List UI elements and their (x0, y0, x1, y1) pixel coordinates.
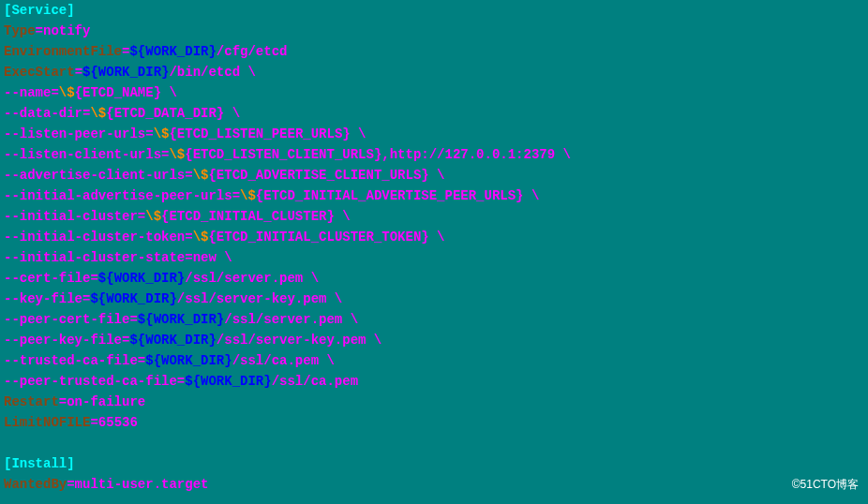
text-segment: = (75, 65, 82, 80)
text-segment: =notify (36, 23, 91, 38)
text-segment: LimitNOFILE (4, 415, 90, 430)
config-line: --advertise-client-urls=\${ETCD_ADVERTIS… (4, 165, 864, 185)
config-line: --peer-key-file=${WORK_DIR}/ssl/server-k… (4, 330, 864, 350)
text-segment: [Install] (4, 456, 75, 471)
text-segment: {ETCD_ADVERTISE_CLIENT_URLS} \ (208, 168, 444, 183)
text-segment: ${WORK_DIR} (129, 44, 216, 59)
config-line: --initial-cluster-state=new \ (4, 247, 864, 268)
watermark: ©51CTO博客 (792, 474, 859, 495)
config-line: Restart=on-failure (4, 392, 864, 412)
text-segment: =on-failure (59, 394, 145, 409)
config-line: --initial-cluster=\${ETCD_INITIAL_CLUSTE… (4, 206, 864, 227)
text-segment: {ETCD_INITIAL_CLUSTER} \ (161, 209, 351, 224)
text-segment: ${WORK_DIR} (82, 65, 169, 80)
text-segment: --initial-advertise-peer-urls= (4, 188, 240, 203)
config-line: --peer-trusted-ca-file=${WORK_DIR}/ssl/c… (4, 371, 864, 392)
text-segment: {ETCD_LISTEN_PEER_URLS} \ (169, 126, 366, 141)
text-segment: \$ (240, 188, 256, 203)
config-line: --name=\${ETCD_NAME} \ (4, 82, 864, 103)
text-segment: Restart (4, 394, 59, 409)
config-line: [Install] (4, 453, 864, 474)
text-segment: --name= (4, 85, 59, 100)
text-segment: --listen-client-urls= (4, 147, 169, 162)
config-line: --listen-peer-urls=\${ETCD_LISTEN_PEER_U… (4, 124, 864, 144)
text-segment: ${WORK_DIR} (185, 374, 271, 389)
text-segment: --peer-cert-file= (4, 312, 138, 327)
text-segment: /ssl/server.pem \ (224, 312, 358, 327)
text-segment: --listen-peer-urls= (4, 126, 154, 141)
text-segment: --advertise-client-urls= (4, 168, 193, 183)
text-segment: --initial-cluster-state=new \ (4, 250, 232, 265)
config-line: EnvironmentFile=${WORK_DIR}/cfg/etcd (4, 41, 864, 62)
text-segment: --initial-cluster= (4, 209, 145, 224)
text-segment (4, 436, 11, 451)
text-segment: {ETCD_NAME} \ (75, 85, 177, 100)
text-segment: --key-file= (4, 291, 90, 306)
config-line: LimitNOFILE=65536 (4, 412, 864, 433)
config-line: --initial-advertise-peer-urls=\${ETCD_IN… (4, 185, 864, 206)
text-segment: --data-dir= (4, 106, 90, 121)
text-segment: --cert-file= (4, 271, 98, 286)
config-line: --key-file=${WORK_DIR}/ssl/server-key.pe… (4, 289, 864, 309)
text-segment: \$ (193, 168, 209, 183)
text-segment: /ssl/server.pem \ (185, 271, 319, 286)
text-segment: {ETCD_INITIAL_ADVERTISE_PEER_URLS} \ (256, 188, 539, 203)
text-segment: {ETCD_DATA_DIR} \ (106, 106, 240, 121)
text-segment: {ETCD_LISTEN_CLIENT_URLS},http://127.0.0… (185, 147, 571, 162)
config-line: ExecStart=${WORK_DIR}/bin/etcd \ (4, 62, 864, 82)
text-segment: =multi-user.target (67, 477, 208, 492)
config-line: --initial-cluster-token=\${ETCD_INITIAL_… (4, 227, 864, 247)
config-line (4, 433, 864, 453)
text-segment: \$ (193, 230, 209, 245)
text-segment: {ETCD_INITIAL_CLUSTER_TOKEN} \ (208, 230, 444, 245)
text-segment: EnvironmentFile (4, 44, 122, 59)
text-segment: /ssl/server-key.pem \ (217, 333, 382, 348)
config-line: Type=notify (4, 21, 864, 41)
config-line: [Service] (4, 0, 864, 21)
text-segment: WantedBy (4, 477, 67, 492)
text-segment: ${WORK_DIR} (145, 353, 232, 368)
text-segment: --peer-trusted-ca-file= (4, 374, 185, 389)
config-line: --peer-cert-file=${WORK_DIR}/ssl/server.… (4, 309, 864, 330)
text-segment: ${WORK_DIR} (90, 291, 176, 306)
text-segment: [Service] (4, 3, 75, 18)
text-segment: ${WORK_DIR} (138, 312, 224, 327)
systemd-config-content: [Service]Type=notifyEnvironmentFile=${WO… (4, 0, 864, 495)
text-segment: ExecStart (4, 65, 75, 80)
text-segment: \$ (169, 147, 185, 162)
config-line: --listen-client-urls=\${ETCD_LISTEN_CLIE… (4, 144, 864, 165)
text-segment: \$ (90, 106, 106, 121)
text-segment: /ssl/ca.pem (272, 374, 358, 389)
text-segment: \$ (154, 126, 170, 141)
text-segment: /ssl/server-key.pem \ (177, 291, 342, 306)
text-segment: ${WORK_DIR} (129, 333, 216, 348)
text-segment: \$ (145, 209, 161, 224)
text-segment: ${WORK_DIR} (98, 271, 185, 286)
text-segment: Type (4, 23, 36, 38)
text-segment: /bin/etcd \ (169, 65, 255, 80)
text-segment: --initial-cluster-token= (4, 230, 193, 245)
config-line: --trusted-ca-file=${WORK_DIR}/ssl/ca.pem… (4, 350, 864, 371)
text-segment: --peer-key-file= (4, 333, 129, 348)
text-segment: --trusted-ca-file= (4, 353, 145, 368)
text-segment: \$ (59, 85, 75, 100)
config-line: --data-dir=\${ETCD_DATA_DIR} \ (4, 103, 864, 124)
config-line: --cert-file=${WORK_DIR}/ssl/server.pem \ (4, 268, 864, 289)
text-segment: /ssl/ca.pem \ (232, 353, 335, 368)
text-segment: /cfg/etcd (217, 44, 288, 59)
config-line: WantedBy=multi-user.target (4, 474, 864, 495)
text-segment: =65536 (90, 415, 137, 430)
